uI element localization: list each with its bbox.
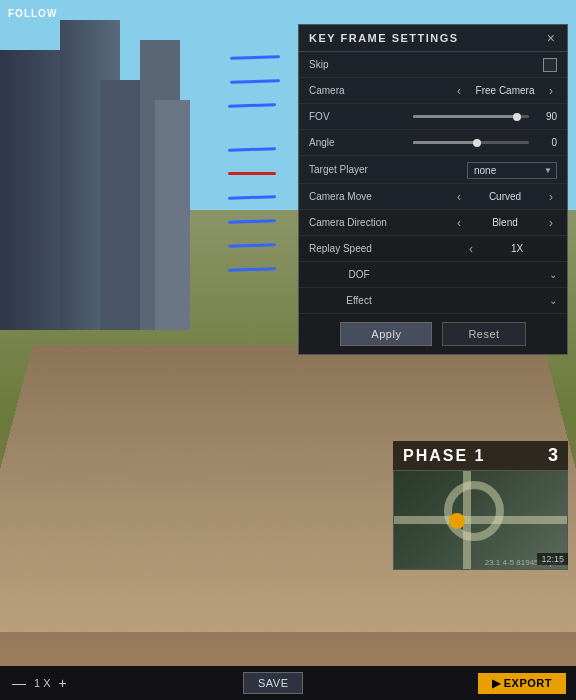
- effect-collapse-button[interactable]: Effect ⌄: [309, 295, 557, 306]
- skip-checkbox[interactable]: [543, 58, 557, 72]
- fov-row: FOV 90: [299, 104, 567, 130]
- speed-decrease-button[interactable]: —: [10, 675, 28, 691]
- fov-value: 90: [537, 111, 557, 122]
- replay-speed-control: ‹ 1X: [409, 242, 557, 256]
- camera-move-value: Curved: [465, 191, 545, 202]
- camera-move-label: Camera Move: [309, 191, 409, 202]
- current-speed-label: 1 X: [34, 677, 51, 689]
- camera-move-right-arrow[interactable]: ›: [545, 190, 557, 204]
- effect-row: Effect ⌄: [299, 288, 567, 314]
- phase-header: PHASE 1 3: [393, 441, 568, 470]
- follow-label: FOLLOW: [8, 8, 57, 19]
- save-button[interactable]: SAVE: [243, 672, 304, 694]
- camera-move-control: ‹ Curved ›: [409, 190, 557, 204]
- skip-label: Skip: [309, 59, 409, 70]
- reset-button[interactable]: Reset: [442, 322, 525, 346]
- keyframe-settings-panel: KEY FRAME SETTINGS × Skip Camera ‹ Free …: [298, 24, 568, 355]
- dof-row: DOF ⌄: [299, 262, 567, 288]
- speed-increase-button[interactable]: +: [57, 675, 69, 691]
- camera-move-left-arrow[interactable]: ‹: [453, 190, 465, 204]
- camera-direction-row: Camera Direction ‹ Blend ›: [299, 210, 567, 236]
- panel-actions: Apply Reset: [299, 314, 567, 354]
- replay-speed-value: 1X: [477, 243, 557, 254]
- skip-row: Skip: [299, 52, 567, 78]
- camera-direction-value: Blend: [465, 217, 545, 228]
- camera-left-arrow[interactable]: ‹: [453, 84, 465, 98]
- map-marker: [449, 513, 465, 529]
- angle-control: 0: [409, 137, 557, 148]
- replay-speed-label: Replay Speed: [309, 243, 409, 254]
- angle-row: Angle 0: [299, 130, 567, 156]
- angle-value: 0: [537, 137, 557, 148]
- camera-label: Camera: [309, 85, 409, 96]
- camera-right-arrow[interactable]: ›: [545, 84, 557, 98]
- angle-label: Angle: [309, 137, 409, 148]
- fov-label: FOV: [309, 111, 409, 122]
- annotation-line-red: [228, 172, 276, 175]
- target-player-control: none: [409, 160, 557, 179]
- camera-row: Camera ‹ Free Camera ›: [299, 78, 567, 104]
- close-button[interactable]: ×: [545, 31, 557, 45]
- camera-direction-control: ‹ Blend ›: [409, 216, 557, 230]
- camera-value: Free Camera: [465, 85, 545, 96]
- camera-move-row: Camera Move ‹ Curved ›: [299, 184, 567, 210]
- panel-title: KEY FRAME SETTINGS: [309, 32, 459, 44]
- panel-header: KEY FRAME SETTINGS ×: [299, 25, 567, 52]
- effect-chevron-icon: ⌄: [549, 295, 557, 306]
- replay-speed-left-arrow[interactable]: ‹: [465, 242, 477, 256]
- effect-label: Effect: [309, 295, 409, 306]
- fov-control: 90: [409, 111, 557, 122]
- target-player-row: Target Player none: [299, 156, 567, 184]
- replay-speed-row: Replay Speed ‹ 1X: [299, 236, 567, 262]
- playback-controls: — 1 X +: [10, 675, 69, 691]
- target-player-select[interactable]: none: [467, 162, 557, 179]
- phase-title: PHASE 1: [403, 447, 485, 465]
- timestamp: 12:15: [393, 548, 568, 566]
- apply-button[interactable]: Apply: [340, 322, 432, 346]
- phase-number: 3: [548, 445, 558, 466]
- bottom-bar: — 1 X + SAVE ▶ EXPORT: [0, 666, 576, 700]
- fov-slider-track[interactable]: [413, 115, 529, 118]
- camera-direction-label: Camera Direction: [309, 217, 409, 228]
- skip-control: [409, 58, 557, 72]
- target-player-dropdown-wrap: none: [467, 160, 557, 179]
- export-button[interactable]: ▶ EXPORT: [478, 673, 566, 694]
- angle-slider-track[interactable]: [413, 141, 529, 144]
- dof-collapse-button[interactable]: DOF ⌄: [309, 269, 557, 280]
- camera-control: ‹ Free Camera ›: [409, 84, 557, 98]
- camera-direction-right-arrow[interactable]: ›: [545, 216, 557, 230]
- target-player-label: Target Player: [309, 164, 409, 175]
- dof-label: DOF: [309, 269, 409, 280]
- camera-direction-left-arrow[interactable]: ‹: [453, 216, 465, 230]
- dof-chevron-icon: ⌄: [549, 269, 557, 280]
